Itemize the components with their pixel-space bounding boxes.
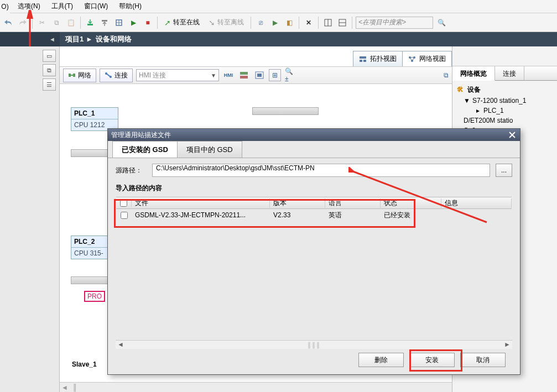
topology-icon — [359, 56, 367, 62]
menu-help[interactable]: 帮助(H) — [113, 0, 147, 13]
overview-tabs: 网络概览 连接 — [452, 66, 557, 81]
toolbar-compile-icon[interactable] — [113, 17, 125, 29]
toolbar-redo-icon[interactable] — [17, 17, 29, 29]
scrollbar-left-icon[interactable]: ◄ — [116, 341, 126, 349]
scroll-left-icon[interactable]: ◄ — [60, 383, 70, 392]
collapse-left-icon: ◄ — [49, 36, 55, 43]
hmi-config-icon[interactable]: HMI — [222, 69, 235, 81]
page-list-icon[interactable]: ☰ — [43, 79, 56, 91]
zoom-fit-icon[interactable]: ▭ — [43, 50, 56, 62]
toolbar-download-icon[interactable] — [84, 17, 96, 29]
toolbar-copy-icon[interactable]: ⧉ — [50, 17, 63, 29]
gsd-file-list: 文件 版本 语言 状态 信息 GSDML-V2.33-JM-ECTMPN-202… — [116, 196, 512, 340]
scroll-grip-icon[interactable]: ║ — [70, 383, 80, 392]
sidebar-collapse-handle[interactable]: ◄ — [0, 32, 60, 46]
toolbar-separator — [299, 17, 299, 29]
tree-header-device: 🛠 设备 — [455, 84, 555, 96]
go-online-icon: ➚ — [164, 18, 171, 27]
install-button[interactable]: 安装 — [409, 353, 455, 367]
tab-network-view[interactable]: 网络视图 — [402, 51, 452, 66]
dialog-titlebar[interactable]: 管理通用站描述文件 — [108, 129, 520, 141]
col-file[interactable]: 文件 — [132, 198, 270, 208]
global-search-input[interactable]: <在项目中搜索> — [356, 17, 433, 29]
toolbar-separator — [80, 17, 81, 29]
toolbar-stopplc-icon[interactable]: ■ — [142, 17, 154, 29]
tab-network-overview[interactable]: 网络概览 — [452, 66, 495, 81]
search-go-icon[interactable]: 🔍 — [435, 17, 447, 29]
col-status[interactable]: 状态 — [381, 198, 441, 208]
toolbar-delete-icon[interactable]: ✕ — [303, 17, 315, 29]
tab-project-gsd[interactable]: 项目中的 GSD — [177, 141, 242, 158]
show-grid-icon[interactable]: ⊞ — [269, 69, 281, 81]
svg-rect-20 — [240, 76, 248, 79]
gsd-row-checkbox[interactable] — [121, 212, 128, 219]
toolbar-startplc-icon[interactable]: ▶ — [127, 17, 139, 29]
gsd-select-all-checkbox[interactable] — [120, 200, 127, 207]
svg-rect-7 — [360, 56, 366, 59]
gsd-row[interactable]: GSDML-V2.33-JM-ECTMPN-20211... V2.33 英语 … — [116, 209, 512, 221]
breadcrumb-bar: ◄ 项目1 ▸ 设备和网络 — [0, 32, 557, 46]
zoom-select-icon[interactable]: ⧉ — [43, 64, 56, 76]
scrollbar-right-icon[interactable]: ► — [502, 341, 512, 349]
col-language[interactable]: 语言 — [325, 198, 381, 208]
breadcrumb-separator-icon: ▸ — [87, 35, 91, 43]
source-path-input[interactable]: C:\Users\Administrator\Desktop\gsd\JM\ss… — [152, 164, 490, 177]
source-path-label: 源路径： — [116, 166, 147, 175]
toolbar-paste-icon[interactable]: 📋 — [65, 17, 77, 29]
menu-bar: O) 选项(N) 工具(T) 窗口(W) 帮助(H) — [0, 0, 557, 13]
chevron-down-icon: ▼ — [211, 72, 216, 79]
svg-rect-13 — [69, 74, 71, 77]
svg-point-17 — [105, 72, 107, 75]
tree-station[interactable]: ▼S7-1200 station_1 — [455, 96, 555, 106]
address-view-icon[interactable] — [238, 69, 250, 81]
device-plc1[interactable]: PLC_1 CPU 1212 — [71, 107, 118, 131]
gsd-row-language: 英语 — [325, 211, 381, 220]
main-toolbar: ✂ ⧉ 📋 ▶ ■ ➚ 转至在线 ➘ 转至离线 ⎚ ▶ ◧ ✕ <在项目中搜索>… — [0, 13, 557, 32]
tab-topology-view[interactable]: 拓扑视图 — [353, 51, 403, 66]
tab-installed-gsd[interactable]: 已安装的 GSD — [112, 141, 178, 158]
col-version[interactable]: 版本 — [270, 198, 325, 208]
toolbar-upload-icon[interactable] — [98, 17, 111, 29]
toolbar-split-icon[interactable] — [322, 17, 334, 29]
svg-rect-19 — [240, 72, 248, 75]
toolbar-layout-icon[interactable] — [336, 17, 348, 29]
dialog-footer: 删除 安装 取消 — [116, 349, 512, 371]
device-slave1-label[interactable]: Slave_1 — [72, 360, 97, 368]
menu-tools[interactable]: 工具(T) — [46, 0, 79, 13]
network-icon — [408, 56, 416, 62]
toolbar-trace-icon[interactable]: ⎚ — [254, 17, 267, 29]
svg-rect-1 — [102, 20, 107, 22]
network-button[interactable]: 网络 — [63, 69, 96, 82]
breadcrumb-project[interactable]: 项目1 — [65, 35, 84, 43]
highlight-io-icon[interactable] — [253, 69, 266, 81]
wrench-icon: 🛠 — [457, 86, 464, 93]
connection-button-icon — [105, 72, 112, 79]
menu-item-cutoff[interactable]: O) — [0, 0, 10, 13]
gsd-list-header: 文件 版本 语言 状态 信息 — [116, 197, 512, 209]
tab-connections[interactable]: 连接 — [495, 66, 524, 80]
browse-button[interactable]: ... — [496, 164, 512, 177]
col-info[interactable]: 信息 — [441, 198, 512, 208]
dialog-body: 源路径： C:\Users\Administrator\Desktop\gsd\… — [108, 158, 520, 374]
go-offline-button[interactable]: ➘ 转至离线 — [205, 17, 247, 28]
menu-window[interactable]: 窗口(W) — [79, 0, 113, 13]
cancel-button[interactable]: 取消 — [460, 353, 506, 367]
tree-item[interactable]: ▸PLC_1 — [455, 106, 555, 116]
go-online-button[interactable]: ➚ 转至在线 — [161, 17, 203, 28]
delete-button[interactable]: 删除 — [358, 353, 404, 367]
toolbar-undo-icon[interactable] — [2, 17, 14, 29]
connection-button[interactable]: 连接 — [100, 69, 133, 82]
gsd-list-scrollbar[interactable]: ◄ ∥∥∥ ► — [116, 340, 512, 349]
zoom-tool-icon[interactable]: 🔍± — [284, 69, 296, 81]
svg-rect-14 — [73, 74, 75, 77]
profibus-label[interactable]: PRO — [84, 291, 105, 302]
dialog-close-button[interactable] — [508, 130, 517, 139]
tree-item[interactable]: D/ET200M statio — [455, 116, 555, 126]
canvas-detach-icon[interactable]: ⧉ — [440, 69, 452, 81]
hmi-connection-dropdown[interactable]: HMI 连接 ▼ — [136, 69, 219, 81]
view-tabs-group: 拓扑视图 网络视图 — [353, 51, 452, 66]
toolbar-monitor-icon[interactable]: ◧ — [283, 17, 295, 29]
toolbar-simulate-icon[interactable]: ▶ — [269, 17, 281, 29]
toolbar-cut-icon[interactable]: ✂ — [36, 17, 48, 29]
menu-options[interactable]: 选项(N) — [12, 0, 46, 13]
